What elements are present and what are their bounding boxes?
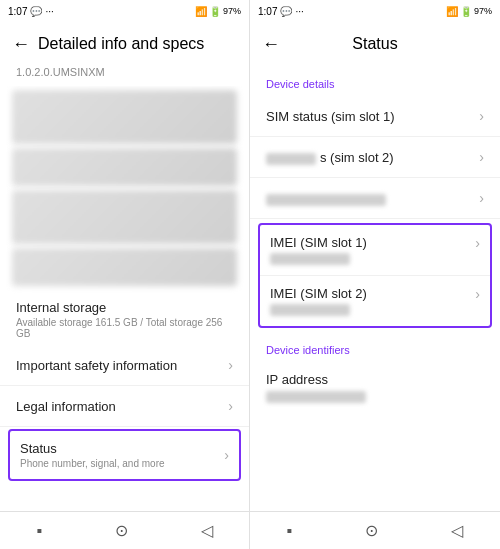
imei-slot-2-content: IMEI (SIM slot 2) xyxy=(270,286,367,316)
chevron-extra: › xyxy=(479,190,484,206)
spacer-right xyxy=(250,413,500,511)
device-details-label: Device details xyxy=(250,66,500,96)
status-icons-left: 📶 🔋 97% xyxy=(195,6,241,17)
storage-label: Internal storage xyxy=(16,300,233,315)
menu-item-status-text: Status Phone number, signal, and more xyxy=(20,441,165,469)
storage-sub: Available storage 161.5 GB / Total stora… xyxy=(16,317,233,339)
status-time-right: 1:07 💬 ··· xyxy=(258,6,304,17)
chevron-status: › xyxy=(224,447,229,463)
bottom-nav-right: ▪ ⊙ ◁ xyxy=(250,511,500,549)
chevron-legal: › xyxy=(228,398,233,414)
status-bar-right: 1:07 💬 ··· 📶 🔋 97% xyxy=(250,0,500,22)
menu-item-safety-text: Important safety information xyxy=(16,358,177,373)
extra-text xyxy=(266,191,386,206)
chevron-imei1: › xyxy=(475,235,480,251)
time-right: 1:07 xyxy=(258,6,277,17)
storage-section: Internal storage Available storage 161.5… xyxy=(0,290,249,345)
blurred-content-1 xyxy=(12,90,237,144)
blurred-content-4 xyxy=(12,248,237,286)
menu-item-safety[interactable]: Important safety information › xyxy=(0,345,249,386)
extra-item[interactable]: › xyxy=(250,178,500,219)
blurred-imei2 xyxy=(270,304,350,316)
sim-slot-1-text: SIM status (sim slot 1) xyxy=(266,109,395,124)
back-icon-right[interactable]: ◁ xyxy=(451,521,463,540)
battery-icon-left: 🔋 xyxy=(209,6,221,17)
page-title-left: Detailed info and specs xyxy=(38,35,204,53)
status-time-left: 1:07 💬 ··· xyxy=(8,6,54,17)
blurred-sim2-prefix xyxy=(266,153,316,165)
imei-slot-1-label: IMEI (SIM slot 1) xyxy=(270,235,367,250)
ip-address-item: IP address xyxy=(250,362,500,413)
safety-label: Important safety information xyxy=(16,358,177,373)
imei-group: IMEI (SIM slot 1) › IMEI (SIM slot 2) › xyxy=(258,223,492,328)
whatsapp-icon-left: 💬 xyxy=(30,6,42,17)
sim-slot-2-label: s (sim slot 2) xyxy=(320,150,394,165)
sim-slot-2-text: s (sim slot 2) xyxy=(266,150,394,165)
chevron-safety: › xyxy=(228,357,233,373)
chevron-sim2: › xyxy=(479,149,484,165)
bottom-nav-left: ▪ ⊙ ◁ xyxy=(0,511,249,549)
time-left: 1:07 xyxy=(8,6,27,17)
whatsapp-icon-right: 💬 xyxy=(280,6,292,17)
back-arrow-left[interactable]: ← xyxy=(12,34,30,55)
left-screen: 1:07 💬 ··· 📶 🔋 97% ← Detailed info and s… xyxy=(0,0,250,549)
imei-slot-1-item[interactable]: IMEI (SIM slot 1) › xyxy=(260,225,490,275)
blurred-content-2 xyxy=(12,148,237,186)
menu-item-status[interactable]: Status Phone number, signal, and more › xyxy=(8,429,241,481)
sim-slot-1-item[interactable]: SIM status (sim slot 1) › xyxy=(250,96,500,137)
status-bar-left: 1:07 💬 ··· 📶 🔋 97% xyxy=(0,0,249,22)
sim-slot-1-label: SIM status (sim slot 1) xyxy=(266,109,395,124)
version-label: 1.0.2.0.UMSINXM xyxy=(0,66,249,86)
dots-left: ··· xyxy=(45,6,53,17)
back-arrow-right[interactable]: ← xyxy=(262,34,280,55)
nav-bar-left: ← Detailed info and specs xyxy=(0,22,249,66)
battery-pct-right: 97% xyxy=(474,6,492,16)
status-sub: Phone number, signal, and more xyxy=(20,458,165,469)
nav-bar-right: ← Status xyxy=(250,22,500,66)
page-title-right: Status xyxy=(352,35,397,53)
menu-item-legal[interactable]: Legal information › xyxy=(0,386,249,427)
blurred-imei1 xyxy=(270,253,350,265)
chevron-imei2: › xyxy=(475,286,480,302)
recents-icon-left[interactable]: ▪ xyxy=(36,522,42,540)
ip-address-label: IP address xyxy=(266,372,484,387)
chevron-sim1: › xyxy=(479,108,484,124)
legal-label: Legal information xyxy=(16,399,116,414)
signal-icon-right: 📶 xyxy=(446,6,458,17)
content-left: Internal storage Available storage 161.5… xyxy=(0,86,249,511)
status-label: Status xyxy=(20,441,165,456)
right-screen: 1:07 💬 ··· 📶 🔋 97% ← Status Device detai… xyxy=(250,0,500,549)
back-icon-left[interactable]: ◁ xyxy=(201,521,213,540)
home-icon-right[interactable]: ⊙ xyxy=(365,521,378,540)
home-icon-left[interactable]: ⊙ xyxy=(115,521,128,540)
blurred-ip xyxy=(266,391,366,403)
imei-slot-2-item[interactable]: IMEI (SIM slot 2) › xyxy=(260,275,490,326)
signal-icon-left: 📶 xyxy=(195,6,207,17)
imei-slot-2-label: IMEI (SIM slot 2) xyxy=(270,286,367,301)
battery-icon-right: 🔋 xyxy=(460,6,472,17)
blurred-extra xyxy=(266,194,386,206)
battery-pct-left: 97% xyxy=(223,6,241,16)
device-identifiers-label: Device identifiers xyxy=(250,332,500,362)
menu-item-legal-text: Legal information xyxy=(16,399,116,414)
sim-slot-2-item[interactable]: s (sim slot 2) › xyxy=(250,137,500,178)
blurred-content-3 xyxy=(12,190,237,244)
status-icons-right: 📶 🔋 97% xyxy=(446,6,492,17)
imei-slot-1-content: IMEI (SIM slot 1) xyxy=(270,235,367,265)
recents-icon-right[interactable]: ▪ xyxy=(287,522,293,540)
dots-right: ··· xyxy=(295,6,303,17)
